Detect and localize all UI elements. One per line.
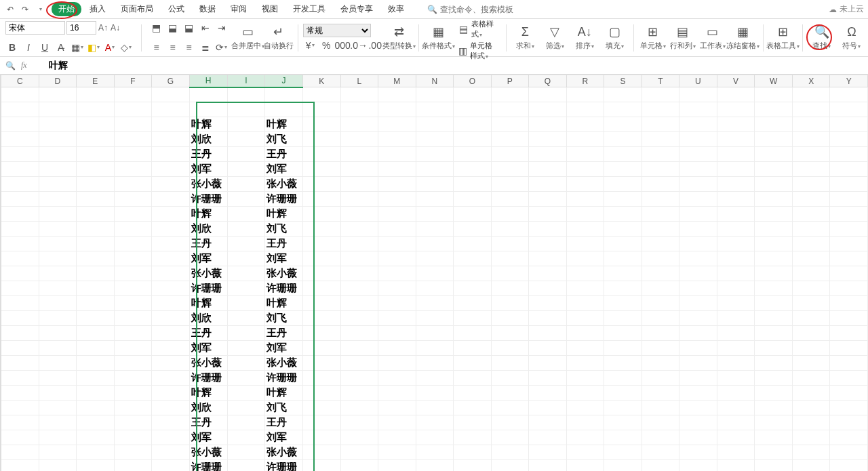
cell[interactable] — [340, 192, 378, 207]
col-header-F[interactable]: F — [114, 75, 151, 87]
cell[interactable] — [642, 162, 679, 177]
cell[interactable] — [152, 147, 190, 162]
cell[interactable] — [755, 460, 793, 472]
cell[interactable] — [1, 311, 39, 326]
cell[interactable] — [679, 296, 717, 311]
bold-icon[interactable]: B — [5, 41, 19, 54]
cell[interactable] — [77, 401, 115, 415]
cell[interactable] — [114, 296, 151, 311]
cell[interactable] — [642, 296, 679, 311]
cell[interactable] — [642, 132, 679, 147]
cell[interactable] — [830, 341, 868, 356]
cell[interactable] — [830, 237, 868, 251]
cell[interactable] — [1, 341, 39, 356]
strikethrough-icon[interactable]: A̶ — [54, 41, 68, 54]
col-header-N[interactable]: N — [416, 75, 454, 87]
table-tools-button[interactable]: ⊞表格工具 — [768, 24, 797, 51]
cell[interactable] — [303, 386, 341, 401]
cell[interactable] — [604, 311, 642, 326]
cell[interactable] — [416, 192, 454, 207]
cell[interactable]: 刘军 — [189, 430, 227, 445]
cell[interactable] — [152, 281, 190, 296]
cell[interactable] — [39, 430, 77, 445]
cell[interactable] — [39, 192, 77, 207]
cell[interactable]: 张小薇 — [189, 177, 227, 192]
tab-开始[interactable]: 开始 — [52, 2, 81, 16]
cell-button[interactable]: ⊞单元格 — [639, 24, 667, 51]
cell[interactable] — [679, 281, 717, 296]
cell[interactable]: 刘飞 — [264, 401, 302, 415]
cell[interactable] — [152, 162, 190, 177]
tab-数据[interactable]: 数据 — [193, 1, 222, 18]
cell[interactable] — [1, 266, 39, 281]
cell[interactable] — [642, 356, 679, 371]
cell[interactable] — [114, 311, 151, 326]
cell[interactable] — [303, 162, 341, 177]
cell[interactable] — [792, 102, 830, 117]
cell[interactable] — [717, 102, 755, 117]
cell[interactable] — [152, 132, 190, 147]
cell[interactable] — [378, 87, 416, 102]
cell[interactable] — [416, 132, 454, 147]
cell[interactable] — [1, 192, 39, 207]
cell[interactable] — [717, 386, 755, 401]
col-header-W[interactable]: W — [755, 75, 793, 87]
cell[interactable] — [717, 356, 755, 371]
cell[interactable] — [1, 460, 39, 472]
col-header-O[interactable]: O — [454, 75, 492, 87]
cell[interactable] — [717, 371, 755, 386]
cell[interactable] — [755, 102, 793, 117]
increase-font-icon[interactable]: A↑ — [98, 22, 108, 33]
cell[interactable] — [491, 296, 529, 311]
cell[interactable] — [755, 147, 793, 162]
cell[interactable] — [755, 132, 793, 147]
cell[interactable] — [114, 162, 151, 177]
cell[interactable] — [39, 460, 77, 472]
cell[interactable] — [77, 237, 115, 251]
cell[interactable] — [566, 326, 604, 341]
freeze-button[interactable]: ▦冻结窗格 — [729, 24, 757, 51]
cell[interactable] — [566, 132, 604, 147]
font-size-select[interactable] — [66, 21, 96, 35]
cell[interactable] — [604, 251, 642, 266]
table-style-button[interactable]: 表格样式 — [471, 19, 497, 39]
col-header-D[interactable]: D — [39, 75, 77, 87]
cell[interactable] — [114, 177, 151, 192]
cell[interactable] — [416, 117, 454, 132]
conditional-format-button[interactable]: ▦ 条件格式 — [425, 24, 453, 51]
align-left-icon[interactable]: ≡ — [150, 41, 163, 54]
cell[interactable] — [39, 401, 77, 415]
cell[interactable] — [227, 237, 264, 251]
cell[interactable] — [717, 311, 755, 326]
cell[interactable]: 王丹 — [189, 415, 227, 430]
cell[interactable] — [454, 356, 492, 371]
cell[interactable] — [604, 162, 642, 177]
cell[interactable] — [264, 87, 302, 102]
cell[interactable] — [454, 430, 492, 445]
cell[interactable] — [454, 415, 492, 430]
col-header-S[interactable]: S — [604, 75, 642, 87]
cell[interactable]: 王丹 — [264, 237, 302, 251]
cell[interactable] — [717, 266, 755, 281]
cell[interactable] — [416, 266, 454, 281]
cell[interactable] — [830, 326, 868, 341]
cell[interactable] — [114, 192, 151, 207]
cell[interactable] — [529, 371, 567, 386]
cell[interactable] — [227, 222, 264, 237]
cell[interactable] — [152, 311, 190, 326]
cell[interactable] — [77, 460, 115, 472]
sort-button[interactable]: A↓排序 — [571, 24, 598, 51]
cell[interactable] — [604, 341, 642, 356]
cell[interactable] — [491, 177, 529, 192]
cell[interactable] — [717, 341, 755, 356]
indent-decrease-icon[interactable]: ⇤ — [199, 21, 212, 35]
cell[interactable] — [830, 401, 868, 415]
cell[interactable] — [491, 371, 529, 386]
cell[interactable] — [830, 371, 868, 386]
cell[interactable] — [454, 87, 492, 102]
cell[interactable] — [77, 132, 115, 147]
cell[interactable] — [679, 460, 717, 472]
cell[interactable] — [454, 460, 492, 472]
cell[interactable] — [303, 177, 341, 192]
cell[interactable] — [491, 266, 529, 281]
